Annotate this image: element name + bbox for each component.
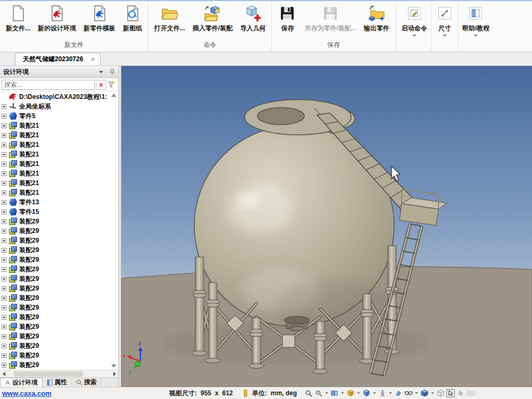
tree-item[interactable]: 装配21	[0, 149, 118, 159]
chevron-down-icon[interactable]	[412, 35, 417, 37]
launch-command-button[interactable]: 启动命令	[398, 2, 431, 52]
tree-item[interactable]: 装配29	[0, 264, 118, 274]
expand-icon[interactable]	[2, 257, 6, 262]
chevron-down-icon[interactable]	[443, 35, 447, 37]
zoom-window-icon[interactable]	[314, 389, 323, 397]
scroll-right-icon[interactable]	[111, 372, 118, 376]
ghost-display-icon[interactable]	[436, 389, 445, 397]
tree-item[interactable]: 装配21	[0, 159, 118, 169]
chevron-down-icon[interactable]	[341, 392, 344, 394]
tab-properties[interactable]: 属性	[43, 378, 72, 387]
expand-icon[interactable]	[2, 104, 6, 109]
standard-view-icon[interactable]	[346, 389, 355, 397]
tree-item[interactable]: 装配29	[0, 226, 118, 236]
expand-icon[interactable]	[2, 181, 6, 186]
tree-item[interactable]: 装配29	[0, 351, 118, 360]
dimension-button[interactable]: 尺寸	[431, 2, 459, 52]
expand-icon[interactable]	[2, 286, 6, 291]
tree-item[interactable]: 装配29	[0, 322, 118, 331]
expand-icon[interactable]	[2, 325, 6, 329]
chevron-down-icon[interactable]	[325, 392, 328, 394]
tree-scroll-down-icon[interactable]	[111, 364, 117, 368]
tree-item[interactable]: 装配21	[0, 188, 118, 197]
tree-root-item[interactable]: D:\Desktop\CAXA2023教程\1:	[0, 92, 118, 102]
tree-item[interactable]: 装配29	[0, 274, 118, 284]
scrollbar-thumb[interactable]	[14, 371, 83, 377]
tree-item[interactable]: 装配29	[0, 360, 118, 370]
chevron-down-icon[interactable]	[373, 392, 376, 394]
tree-item[interactable]: 装配29	[0, 341, 118, 351]
help-tutorial-button[interactable]: 帮助/教程	[459, 2, 493, 52]
expand-icon[interactable]	[2, 219, 6, 224]
chevron-down-icon[interactable]	[415, 392, 418, 394]
expand-icon[interactable]	[2, 344, 6, 348]
scroll-left-icon[interactable]	[0, 372, 7, 376]
view-glasses-icon[interactable]	[404, 389, 413, 397]
expand-icon[interactable]	[2, 334, 6, 339]
tree-item[interactable]: 装配29	[0, 245, 118, 255]
view-cube-icon[interactable]	[420, 389, 429, 397]
new-file-button[interactable]: 新文件...	[2, 2, 34, 39]
tree-item[interactable]: 装配21	[0, 178, 118, 188]
tree-item[interactable]: 装配21	[0, 130, 118, 140]
expand-icon[interactable]	[2, 114, 6, 119]
expand-icon[interactable]	[2, 248, 6, 253]
import-geometry-button[interactable]: 导入几何	[236, 2, 269, 39]
zoom-icon[interactable]	[304, 389, 313, 397]
tree-item[interactable]: 装配21	[0, 140, 118, 149]
measure-tool-icon[interactable]	[467, 389, 475, 397]
expand-icon[interactable]	[2, 171, 6, 176]
tree-item[interactable]: 装配29	[0, 303, 118, 312]
expand-icon[interactable]	[2, 363, 6, 368]
tree-item[interactable]: 装配29	[0, 331, 118, 341]
tree-item[interactable]: 装配21	[0, 121, 118, 130]
expand-icon[interactable]	[2, 296, 6, 301]
tree-item[interactable]: 全局坐标系	[0, 102, 118, 111]
expand-icon[interactable]	[2, 353, 6, 358]
tree-item[interactable]: 零件15	[0, 207, 118, 217]
expand-icon[interactable]	[2, 210, 6, 214]
new-part-template-button[interactable]: 新零件模板	[80, 2, 119, 39]
horizontal-scrollbar[interactable]	[0, 370, 118, 377]
export-part-button[interactable]: 输出零件	[360, 2, 393, 39]
tree-item[interactable]: 装配29	[0, 255, 118, 264]
clip-plane-icon[interactable]	[394, 389, 403, 397]
chevron-down-icon[interactable]	[431, 392, 434, 394]
expand-icon[interactable]	[2, 190, 6, 195]
tab-search[interactable]: 搜索	[72, 378, 102, 387]
expand-icon[interactable]	[2, 200, 6, 205]
select-mode-icon[interactable]	[446, 389, 455, 397]
expand-icon[interactable]	[2, 229, 6, 234]
3d-viewport[interactable]: z x y	[121, 66, 532, 387]
tree-item[interactable]: 零件13	[0, 197, 118, 207]
chevron-down-icon[interactable]	[357, 392, 360, 394]
open-file-button[interactable]: 打开文件...	[151, 2, 189, 39]
tree-item[interactable]: 装配21	[0, 169, 118, 178]
tree-scroll-up-icon[interactable]	[111, 94, 117, 97]
expand-icon[interactable]	[2, 143, 6, 147]
save-as-button[interactable]: 另存为零件/装配...	[301, 2, 360, 39]
expand-icon[interactable]	[2, 238, 6, 243]
tree-item[interactable]: 装配29	[0, 293, 118, 303]
walk-mode-icon[interactable]	[378, 389, 387, 397]
expand-icon[interactable]	[2, 267, 6, 272]
pin-icon[interactable]	[110, 69, 115, 76]
filter-icon[interactable]	[107, 80, 117, 89]
chevron-down-icon[interactable]	[389, 392, 392, 394]
expand-icon[interactable]	[2, 162, 6, 167]
tree-item[interactable]: 装配29	[0, 217, 118, 226]
expand-icon[interactable]	[2, 123, 6, 128]
clear-search-icon[interactable]: ×	[96, 80, 106, 90]
search-input[interactable]	[2, 80, 95, 90]
chevron-down-icon[interactable]	[473, 35, 478, 37]
expand-icon[interactable]	[2, 133, 6, 138]
close-icon[interactable]: ×	[90, 55, 95, 63]
chevron-down-icon[interactable]	[99, 71, 103, 73]
tree-item[interactable]: 装配29	[0, 312, 118, 322]
tree-item[interactable]: 装配29	[0, 284, 118, 293]
expand-icon[interactable]	[2, 152, 6, 157]
expand-icon[interactable]	[2, 315, 6, 320]
document-tab[interactable]: 天然气储罐20230726 ×	[15, 53, 101, 65]
expand-icon[interactable]	[2, 277, 6, 281]
tree-item[interactable]: 零件5	[0, 111, 118, 121]
